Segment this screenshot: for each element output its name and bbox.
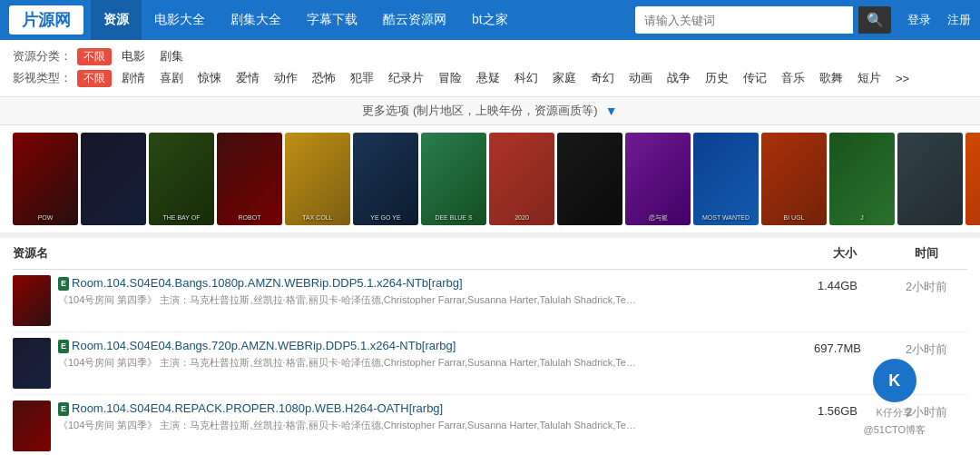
- source-tv[interactable]: 剧集: [155, 47, 188, 65]
- poster-11[interactable]: BI UGL: [761, 133, 827, 225]
- type-documentary[interactable]: 纪录片: [384, 69, 428, 87]
- type-biography[interactable]: 传记: [739, 69, 771, 87]
- row-size: 697.7MB: [797, 338, 878, 355]
- type-short[interactable]: 短片: [853, 69, 886, 87]
- row-desc: 《104号房间 第四季》 主演：马克杜普拉斯,丝凯拉·格雷,丽贝卡·哈泽伍德,C…: [58, 419, 639, 432]
- type-family[interactable]: 家庭: [548, 69, 581, 87]
- poster-14[interactable]: YELLOW: [965, 133, 980, 225]
- more-options-bar[interactable]: 更多选项 (制片地区，上映年份，资源画质等) ▼: [0, 97, 980, 125]
- type-mystery[interactable]: 悬疑: [472, 69, 505, 87]
- source-movie[interactable]: 电影: [117, 47, 150, 65]
- search-button[interactable]: 🔍: [858, 6, 891, 34]
- row-content: ERoom.104.S04E04.Bangs.720p.AMZN.WEBRip.…: [58, 338, 789, 370]
- type-thriller[interactable]: 惊悚: [193, 69, 226, 87]
- source-filter-label: 资源分类：: [13, 48, 72, 64]
- poster-7[interactable]: 2020: [489, 133, 554, 225]
- watermark-label2: @51CTO博客: [864, 423, 926, 437]
- row-content: ERoom.104.S04E04.REPACK.PROPER.1080p.WEB…: [58, 401, 789, 432]
- watermark-label1: K仔分享: [877, 406, 913, 420]
- watermark-icon-label: K: [888, 371, 900, 391]
- type-war[interactable]: 战争: [662, 69, 695, 87]
- type-comedy[interactable]: 喜剧: [155, 69, 188, 87]
- type-filter-label: 影视类型：: [13, 70, 72, 86]
- poster-3[interactable]: ROBOT: [217, 133, 282, 225]
- type-musical[interactable]: 歌舞: [815, 69, 848, 87]
- table-row: ERoom.104.S04E04.REPACK.PROPER.1080p.WEB…: [13, 395, 967, 455]
- register-link[interactable]: 注册: [947, 12, 971, 28]
- row-desc: 《104号房间 第四季》 主演：马克杜普拉斯,丝凯拉·格雷,丽贝卡·哈泽伍德,C…: [58, 356, 639, 370]
- row-title[interactable]: ERoom.104.S04E04.Bangs.1080p.AMZN.WEBRip…: [58, 275, 789, 292]
- table-header: 资源名 大小 时间: [13, 238, 967, 270]
- row-time: 2小时前: [886, 275, 967, 295]
- nav-item-tv[interactable]: 剧集大全: [218, 0, 294, 40]
- type-active-tag[interactable]: 不限: [77, 70, 112, 87]
- type-action[interactable]: 动作: [270, 69, 302, 87]
- poster-12[interactable]: J: [829, 133, 895, 225]
- col-header-size: 大小: [804, 245, 886, 262]
- source-filter-row: 资源分类： 不限 电影 剧集: [13, 47, 967, 65]
- type-romance[interactable]: 爱情: [231, 69, 264, 87]
- row-content: ERoom.104.S04E04.Bangs.1080p.AMZN.WEBRip…: [58, 275, 789, 307]
- filter-bar: 资源分类： 不限 电影 剧集 影视类型： 不限 剧情 喜剧 惊悚 爱情 动作 恐…: [0, 40, 980, 97]
- table-row: ERoom.104.S04E04.Bangs.1080p.AMZN.WEBRip…: [13, 270, 967, 332]
- source-active-tag[interactable]: 不限: [77, 48, 112, 65]
- header: 片源网 资源 电影大全 剧集大全 字幕下载 酷云资源网 bt之家 🔍 登录 注册: [0, 0, 980, 40]
- row-title[interactable]: ERoom.104.S04E04.Bangs.720p.AMZN.WEBRip.…: [58, 338, 789, 354]
- nav-item-resources[interactable]: 资源: [91, 0, 142, 40]
- type-music[interactable]: 音乐: [777, 69, 809, 87]
- type-scifi[interactable]: 科幻: [510, 69, 543, 87]
- type-history[interactable]: 历史: [701, 69, 733, 87]
- poster-4[interactable]: TAX COLL: [285, 133, 350, 225]
- chevron-down-icon: ▼: [605, 104, 618, 118]
- row-thumbnail: [13, 275, 51, 326]
- row-title[interactable]: ERoom.104.S04E04.REPACK.PROPER.1080p.WEB…: [58, 401, 789, 417]
- type-fantasy[interactable]: 奇幻: [586, 69, 619, 87]
- col-header-name: 资源名: [13, 245, 804, 262]
- excel-icon: E: [58, 340, 69, 353]
- nav-item-bt[interactable]: bt之家: [459, 0, 521, 40]
- more-options-text: 更多选项 (制片地区，上映年份，资源画质等): [362, 103, 597, 119]
- nav-item-subtitles[interactable]: 字幕下载: [294, 0, 370, 40]
- row-desc: 《104号房间 第四季》 主演：马克杜普拉斯,丝凯拉·格雷,丽贝卡·哈泽伍德,C…: [58, 293, 639, 307]
- excel-icon: E: [58, 402, 69, 416]
- table-section: 资源名 大小 时间 ERoom.104.S04E04.Bangs.1080p.A…: [0, 238, 980, 455]
- type-crime[interactable]: 犯罪: [346, 69, 378, 87]
- type-adventure[interactable]: 冒险: [434, 69, 466, 87]
- type-drama[interactable]: 剧情: [117, 69, 150, 87]
- type-horror[interactable]: 恐怖: [308, 69, 340, 87]
- poster-13[interactable]: [897, 133, 963, 225]
- row-thumbnail: [13, 401, 51, 451]
- poster-9[interactable]: 恋与挺: [625, 133, 691, 225]
- poster-6[interactable]: DEE BLUE S: [421, 133, 486, 225]
- search-input[interactable]: [635, 6, 853, 34]
- table-row: ERoom.104.S04E04.Bangs.720p.AMZN.WEBRip.…: [13, 332, 967, 395]
- row-thumbnail: [13, 338, 51, 389]
- poster-10[interactable]: MOST WANTED: [693, 133, 759, 225]
- nav-item-kuyun[interactable]: 酷云资源网: [370, 0, 459, 40]
- search-area: 🔍 登录 注册: [635, 6, 971, 34]
- poster-0[interactable]: POW: [13, 133, 78, 225]
- row-size: 1.44GB: [797, 275, 878, 292]
- poster-1[interactable]: [81, 133, 146, 225]
- type-animation[interactable]: 动画: [624, 69, 657, 87]
- watermark-icon: K: [873, 359, 916, 402]
- nav-item-movies[interactable]: 电影大全: [142, 0, 218, 40]
- poster-2[interactable]: THE BAY OF: [149, 133, 214, 225]
- table-rows: ERoom.104.S04E04.Bangs.1080p.AMZN.WEBRip…: [13, 270, 967, 455]
- watermark-area: K K仔分享 @51CTO博客: [864, 359, 926, 437]
- logo[interactable]: 片源网: [9, 5, 83, 35]
- row-time: 2小时前: [886, 338, 967, 358]
- poster-5[interactable]: YE GO YE: [353, 133, 418, 225]
- poster-strip: POWTHE BAY OFROBOTTAX COLLYE GO YEDEE BL…: [0, 125, 980, 232]
- excel-icon: E: [58, 277, 69, 291]
- login-link[interactable]: 登录: [907, 12, 931, 28]
- type-more[interactable]: >>: [891, 71, 914, 86]
- poster-8[interactable]: [557, 133, 622, 225]
- col-header-time: 时间: [886, 245, 967, 262]
- type-filter-row: 影视类型： 不限 剧情 喜剧 惊悚 爱情 动作 恐怖 犯罪 纪录片 冒险 悬疑 …: [13, 69, 967, 87]
